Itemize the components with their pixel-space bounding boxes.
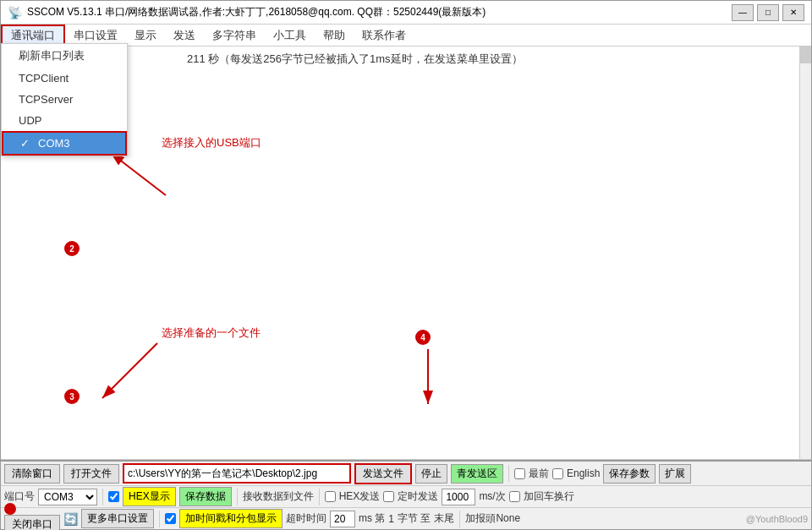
hex-display-label: HEX显示	[123, 487, 176, 506]
menu-help[interactable]: 帮助	[315, 26, 354, 45]
app-window: 📡 SSCOM V5.13.1 串口/网络数据调试器,作者:大虾丁丁,26180…	[0, 0, 812, 530]
menu-display[interactable]: 显示	[126, 26, 165, 45]
close-port-button[interactable]: 关闭串口	[4, 515, 60, 530]
title-bar: 📡 SSCOM V5.13.1 串口/网络数据调试器,作者:大虾丁丁,26180…	[1, 1, 811, 25]
watermark: @YouthBlood9	[746, 514, 808, 524]
expand-button[interactable]: 扩展	[659, 464, 691, 484]
svg-line-3	[102, 343, 157, 398]
app-logo-icon: 📡	[8, 6, 22, 19]
close-button[interactable]: ✕	[782, 4, 804, 21]
divider-5	[159, 511, 160, 527]
clear-window-button[interactable]: 清除窗口	[4, 464, 60, 484]
save-data-button[interactable]: 保存数据	[179, 487, 232, 506]
timeout-input[interactable]	[330, 511, 355, 527]
bottom-bar-2: 端口号 COM3 HEX显示 保存数据 接收数据到文件 HEX发送 定时发送 m…	[1, 485, 811, 507]
divider-6	[459, 511, 460, 527]
menu-multi-string[interactable]: 多字符串	[204, 26, 265, 45]
menu-contact[interactable]: 联系作者	[354, 26, 414, 45]
menu-serial-settings[interactable]: 串口设置	[65, 26, 126, 45]
dropdown-tcpserver[interactable]: TCPServer	[2, 89, 127, 110]
maximize-button[interactable]: □	[757, 4, 779, 21]
dropdown-tcpclient[interactable]: TCPClient	[2, 68, 127, 89]
minimize-button[interactable]: —	[732, 4, 754, 21]
hex-display-checkbox[interactable]	[108, 491, 119, 502]
annotation-select-file: 选择准备的一个文件	[162, 325, 261, 341]
badge-2: 2	[64, 241, 80, 256]
app-title: SSCOM V5.13.1 串口/网络数据调试器,作者:大虾丁丁,2618058…	[27, 5, 486, 19]
latest-checkbox[interactable]	[514, 468, 525, 479]
send-area-button[interactable]: 青发送区	[451, 464, 503, 484]
menu-bar: 通讯端口 串口设置 显示 发送 多字符串 小工具 帮助 联系作者 刷新串口列表 …	[1, 25, 811, 46]
annotation-usb-port: 选择接入的USB端口	[162, 135, 261, 150]
add-time-checkbox[interactable]	[165, 513, 176, 524]
svg-line-1	[111, 153, 166, 195]
dropdown-udp[interactable]: UDP	[2, 110, 127, 131]
menu-tools[interactable]: 小工具	[265, 26, 315, 45]
bottom-bar-1: 清除窗口 打开文件 发送文件 停止 青发送区 最前 English 保存参数 扩…	[1, 460, 811, 485]
open-file-button[interactable]: 打开文件	[63, 464, 119, 484]
refresh-icon[interactable]: 🔄	[63, 512, 78, 526]
close-port-area: 关闭串口	[4, 503, 60, 530]
port-status-icon	[4, 503, 16, 515]
add-return-checkbox[interactable]	[509, 491, 520, 502]
scrollbar-thumb[interactable]	[800, 46, 811, 63]
arrow-1-svg	[102, 149, 170, 199]
divider-3	[237, 489, 238, 505]
hex-send-checkbox[interactable]	[325, 491, 336, 502]
file-path-input[interactable]	[123, 463, 351, 484]
bottom-bar-3: 关闭串口 🔄 更多串口设置 加时间戳和分包显示 超时时间 ms 第 1 字节 至…	[1, 507, 811, 529]
divider-2	[102, 489, 103, 505]
divider-1	[508, 465, 509, 482]
badge-3: 3	[64, 389, 80, 404]
stop-button[interactable]: 停止	[415, 464, 447, 484]
dropdown-com3[interactable]: ✓ COM3	[2, 131, 127, 156]
english-checkbox[interactable]	[552, 468, 563, 479]
more-settings-button[interactable]: 更多串口设置	[81, 509, 154, 528]
timed-value-input[interactable]	[442, 489, 475, 505]
divider-4	[319, 489, 320, 505]
timed-send-checkbox[interactable]	[383, 491, 394, 502]
dropdown-refresh[interactable]: 刷新串口列表	[2, 44, 127, 68]
send-file-button[interactable]: 发送文件	[354, 463, 412, 484]
main-scrollbar[interactable]	[799, 46, 811, 459]
menu-send[interactable]: 发送	[165, 26, 204, 45]
add-time-label: 加时间戳和分包显示	[179, 509, 283, 528]
save-params-button[interactable]: 保存参数	[603, 464, 656, 484]
arrow-2-svg	[85, 339, 170, 407]
badge-4: 4	[415, 330, 431, 345]
arrow-4-svg	[420, 345, 470, 413]
comm-port-dropdown: 刷新串口列表 TCPClient TCPServer UDP ✓ COM3	[1, 43, 128, 156]
